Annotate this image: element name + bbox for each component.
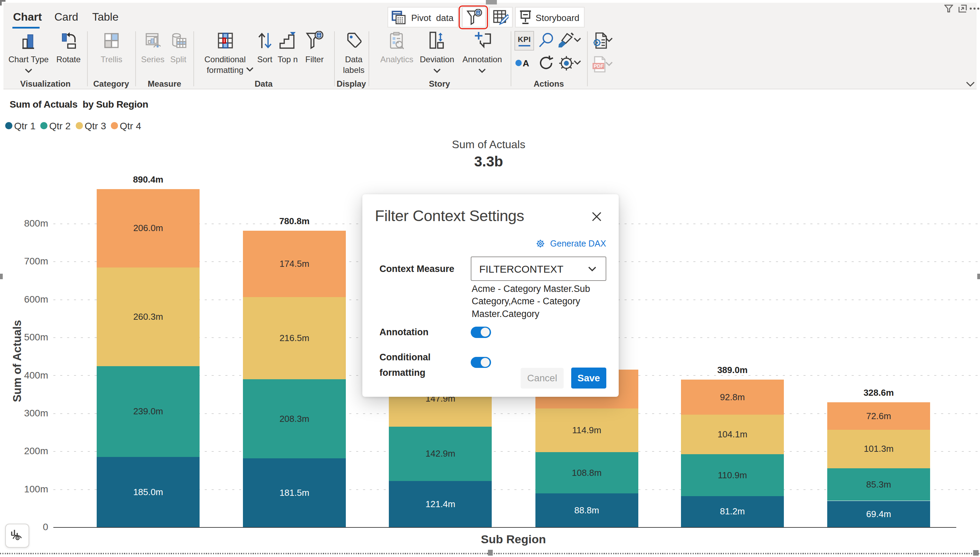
svg-text:PDF: PDF <box>594 63 604 69</box>
svg-text:A: A <box>523 58 529 68</box>
